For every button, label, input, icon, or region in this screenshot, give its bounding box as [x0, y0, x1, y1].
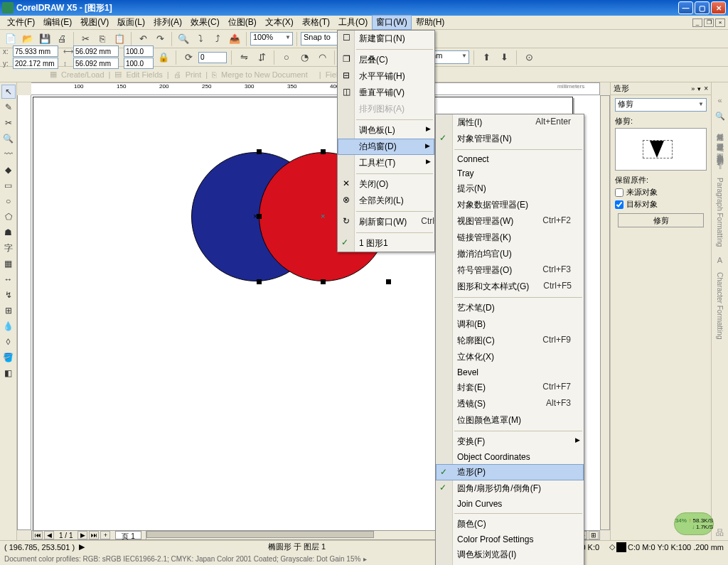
menu-window[interactable]: 窗口(W) [372, 15, 411, 30]
menu-tools[interactable]: 工具(O) [334, 15, 372, 30]
menu-effects[interactable]: 效果(C) [186, 15, 224, 30]
vertical-ruler[interactable] [17, 95, 31, 530]
undo-button[interactable]: ↶ [135, 31, 151, 47]
width-field[interactable]: 56.092 mm [73, 45, 119, 57]
new-button[interactable]: 📄 [3, 31, 18, 47]
rotation-field[interactable]: 0 [198, 52, 227, 63]
dockers-menu-item-13[interactable]: 艺术笔(D) [436, 300, 584, 316]
prev-page-button[interactable]: ◀ [44, 531, 54, 539]
dockers-menu-item-28[interactable]: 颜色(C) [436, 516, 584, 532]
menu-help[interactable]: 帮助(H) [412, 15, 449, 30]
dockers-menu-item-10[interactable]: 符号管理器(O)Ctrl+F3 [436, 262, 584, 279]
scale-y-field[interactable]: 100.0 [124, 58, 154, 69]
dockers-menu-item-15[interactable]: 轮廓图(C)Ctrl+F9 [436, 333, 584, 349]
mdi-restore-button[interactable]: ❐ [704, 18, 714, 27]
docker-menu-button[interactable]: ▾ [697, 85, 701, 92]
table-tool[interactable]: ▦ [1, 257, 16, 271]
dockers-menu-item-30[interactable]: 调色板浏览器(I) [436, 547, 584, 563]
export-button[interactable]: ⤴ [210, 31, 225, 47]
freehand-tool[interactable]: 〰 [1, 147, 16, 161]
dockers-menu-item-20[interactable]: 位图颜色遮罩(M) [436, 412, 584, 429]
docker-collapse-button[interactable]: » [691, 85, 695, 92]
tab-character-icon[interactable]: A [714, 254, 726, 266]
dockers-menu-item-9[interactable]: 撤消泊坞官(U) [436, 246, 584, 262]
docker-close-button[interactable]: × [704, 85, 708, 92]
dockers-menu-item-6[interactable]: 对象数据管理器(E) [436, 197, 584, 213]
save-button[interactable]: 💾 [37, 31, 53, 47]
dockers-menu-item-18[interactable]: 封套(E)Ctrl+F7 [436, 380, 584, 396]
text-tool[interactable]: 字 [1, 241, 16, 255]
ellipse-icon[interactable]: ○ [279, 50, 294, 65]
last-page-button[interactable]: ⏭ [89, 531, 99, 539]
scale-x-field[interactable]: 100.0 [124, 45, 154, 57]
dockers-menu-item-19[interactable]: 透镜(S)Alt+F3 [436, 396, 584, 412]
dockers-menu-item-7[interactable]: 视图管理器(W)Ctrl+F2 [436, 213, 584, 230]
minimize-button[interactable]: — [678, 1, 693, 14]
target-object-checkbox[interactable]: 目标对象 [615, 199, 707, 210]
tab-paragraph-formatting[interactable]: Paragraph Formatting [714, 173, 725, 251]
dockers-menu-item-26[interactable]: Join Curves [436, 497, 584, 511]
dimension-tool[interactable]: ↔ [1, 272, 16, 286]
copy-button[interactable]: ⎘ [95, 31, 110, 47]
mirror-v-button[interactable]: ⇵ [254, 50, 269, 65]
crop-tool[interactable]: ✂ [1, 116, 16, 130]
mdi-minimize-button[interactable]: _ [692, 18, 702, 27]
tab-object-properties[interactable]: 对象属性 [714, 124, 727, 132]
pick-tool[interactable]: ↖ [1, 85, 16, 99]
pos-y-field[interactable]: 202.172 mm [13, 58, 58, 69]
dockers-menu-item-8[interactable]: 链接管理器(K) [436, 230, 584, 246]
next-page-button[interactable]: ▶ [77, 531, 87, 539]
window-menu-item-12[interactable]: ⊗全部关闭(L) [338, 193, 434, 209]
dockers-menu-item-1[interactable]: ✓对象管理器(N) [436, 131, 584, 147]
window-menu-item-9[interactable]: 工具栏(T)▶ [338, 155, 434, 171]
horizontal-ruler[interactable]: 100 150 200 250 300 350 400 millimeters [31, 82, 600, 95]
dockers-menu-item-25[interactable]: ✓圆角/扇形切角/倒角(F) [436, 480, 584, 497]
dockers-menu-item-0[interactable]: 属性(I)Alt+Enter [436, 114, 584, 131]
dockers-menu-item-14[interactable]: 调和(B) [436, 316, 584, 333]
height-field[interactable]: 56.092 mm [73, 58, 119, 69]
redo-button[interactable]: ↷ [152, 31, 168, 47]
source-object-checkbox[interactable]: 来源对象 [615, 187, 707, 198]
merge-doc-button[interactable]: Merge to New Document [221, 70, 308, 79]
window-menu-item-4[interactable]: ◫垂直平铺(V) [338, 85, 434, 101]
zoom-tool[interactable]: 🔍 [1, 131, 16, 146]
dockers-menu-item-11[interactable]: 图形和文本样式(G)Ctrl+F5 [436, 279, 584, 295]
search-button[interactable]: 🔍 [176, 31, 191, 47]
trim-apply-button[interactable]: 修剪 [618, 213, 704, 227]
ellipse-tool[interactable]: ○ [1, 194, 16, 208]
to-back-button[interactable]: ⬇ [496, 50, 512, 65]
dockers-menu-item-3[interactable]: Connect [436, 152, 584, 166]
window-menu-item-5[interactable]: 排列图标(A) [338, 101, 434, 117]
window-menu-item-2[interactable]: ❐层叠(C) [338, 52, 434, 68]
paste-button[interactable]: 📋 [112, 31, 127, 47]
fill-tool[interactable]: 🪣 [1, 350, 16, 365]
first-page-button[interactable]: ⏮ [33, 531, 43, 539]
cut-button[interactable]: ✂ [77, 31, 93, 47]
basic-shapes-tool[interactable]: ☗ [1, 225, 16, 240]
menu-bitmap[interactable]: 位图(B) [224, 15, 261, 30]
dockers-menu-item-29[interactable]: Color Proof Settings [436, 532, 584, 547]
to-front-button[interactable]: ⬆ [478, 50, 494, 65]
menu-file[interactable]: 文件(F) [3, 15, 39, 30]
page-tab[interactable]: 页 1 [115, 531, 141, 539]
tab-object-manager[interactable]: 对象管理器 [714, 134, 727, 142]
window-menu-item-11[interactable]: ✕关闭(O) [338, 176, 434, 193]
import-button[interactable]: ⤵ [193, 31, 208, 47]
window-menu-item-3[interactable]: ⊟水平平铺(H) [338, 68, 434, 85]
window-menu-item-16[interactable]: ✓1 图形1 [338, 235, 434, 252]
lock-ratio-button[interactable]: 🔒 [156, 50, 171, 65]
rectangle-tool[interactable]: ▭ [1, 178, 16, 193]
interactive-fill-tool[interactable]: ◧ [1, 366, 16, 380]
smart-fill-tool[interactable]: ◆ [1, 163, 16, 177]
print-merge-button[interactable]: Print [186, 70, 202, 79]
publish-button[interactable]: 📤 [227, 31, 242, 47]
menu-table[interactable]: 表格(T) [298, 15, 334, 30]
menu-edit[interactable]: 编辑(E) [39, 15, 76, 30]
dockers-menu-item-23[interactable]: Object Coordinates [436, 450, 584, 464]
pos-x-field[interactable]: 75.933 mm [13, 45, 58, 57]
tab-fillet[interactable]: 圆角/扇形切角/倒角 [714, 144, 727, 156]
dockers-menu-item-24[interactable]: ✓造形(P) [436, 464, 584, 480]
dockers-menu-item-4[interactable]: Tray [436, 166, 584, 181]
tab-more-icon[interactable]: 品 [714, 527, 726, 538]
shaping-type-combo[interactable]: 修剪 [615, 98, 707, 112]
